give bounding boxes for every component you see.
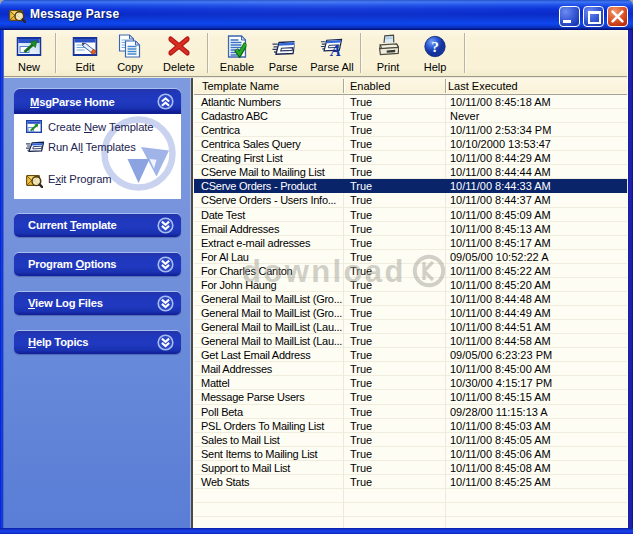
svg-text:?: ? bbox=[431, 38, 439, 55]
svg-text:A: A bbox=[330, 42, 342, 57]
